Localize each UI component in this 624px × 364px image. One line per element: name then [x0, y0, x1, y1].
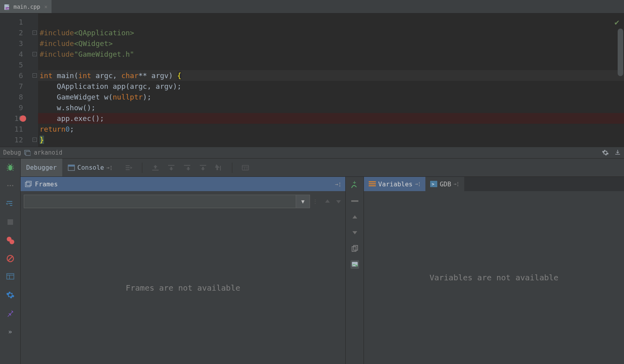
line-number[interactable]: 10	[0, 113, 31, 124]
svg-rect-18	[68, 165, 75, 167]
code-line[interactable]: GameWidget w(nullptr);	[38, 92, 624, 102]
step-out-icon[interactable]	[199, 163, 207, 172]
fold-marker[interactable]: −	[31, 49, 38, 59]
line-number[interactable]: 2	[0, 27, 31, 38]
copy-watch-icon[interactable]	[350, 244, 359, 253]
code-line[interactable]: app.exec();	[38, 113, 624, 124]
svg-rect-26	[351, 200, 358, 202]
svg-point-11	[10, 239, 14, 244]
tab-label: Debugger	[26, 164, 57, 171]
watch-down-icon[interactable]	[350, 228, 359, 237]
panel-title: Frames	[35, 180, 58, 188]
line-number[interactable]: 12	[0, 134, 31, 145]
step-into-icon[interactable]	[167, 163, 176, 172]
fold-marker[interactable]: −	[31, 27, 38, 38]
watch-up-icon[interactable]	[350, 213, 359, 221]
code-line[interactable]	[38, 17, 624, 27]
line-number[interactable]: 6	[0, 70, 31, 81]
line-number[interactable]: 5	[0, 59, 31, 70]
tab-gdb[interactable]: > GDB →¦	[425, 177, 464, 191]
vertical-scrollbar[interactable]	[618, 29, 623, 76]
editor-tab-bar: C++ main.cpp ×	[0, 0, 624, 13]
remove-watch-icon[interactable]	[350, 197, 359, 205]
layout-icon[interactable]	[6, 272, 15, 282]
code-line[interactable]: #include <QWidget>	[38, 38, 624, 49]
line-number[interactable]: 9	[0, 102, 31, 113]
thread-input[interactable]	[24, 195, 296, 208]
code-line[interactable]: #include "GameWidget.h"	[38, 49, 624, 59]
code-line[interactable]	[38, 59, 624, 70]
variables-main: Variables →¦ > GDB →¦ Variables are not	[364, 177, 624, 364]
debug-step-toolbar	[118, 163, 250, 173]
frame-down-icon[interactable]	[335, 198, 342, 205]
fold-marker[interactable]: −	[31, 134, 38, 145]
fold-marker	[31, 102, 38, 113]
separator	[142, 163, 142, 173]
mute-breakpoints-icon[interactable]	[6, 254, 15, 263]
code-line[interactable]: int main(int argc, char** argv) {	[38, 70, 624, 81]
debug-main-area: Debugger Console →¦	[21, 159, 624, 364]
code-line[interactable]: }	[38, 134, 624, 145]
line-number[interactable]: 7	[0, 81, 31, 92]
fold-marker[interactable]: −	[31, 70, 38, 81]
breakpoint-marker[interactable]	[20, 115, 26, 122]
svg-text:>: >	[432, 182, 435, 187]
code-line[interactable]: return 0;	[38, 124, 624, 134]
line-number[interactable]: 8	[0, 92, 31, 102]
line-number[interactable]: 1	[0, 17, 31, 27]
frame-up-icon[interactable]	[324, 198, 331, 205]
detach-icon: →¦	[107, 165, 113, 171]
settings-gear-icon[interactable]	[6, 290, 15, 300]
dropdown-button[interactable]: ▼	[296, 195, 310, 208]
code-line[interactable]: #include <QApplication>	[38, 27, 624, 38]
pin-icon[interactable]	[6, 308, 15, 318]
debug-panel: » Debugger Console →¦	[0, 159, 624, 364]
frames-controls: ▼ ⋮	[21, 191, 345, 212]
variables-placeholder: Variables are not available	[429, 273, 558, 282]
application-icon	[24, 149, 31, 156]
stop-icon[interactable]	[6, 217, 15, 227]
tab-debugger[interactable]: Debugger	[21, 159, 62, 176]
add-watch-icon[interactable]: +	[350, 181, 359, 190]
breakpoints-icon[interactable]	[6, 236, 15, 245]
show-watches-icon[interactable]	[350, 260, 359, 269]
separator	[232, 163, 232, 173]
step-indent-icon[interactable]	[6, 199, 15, 209]
close-icon[interactable]: ×	[42, 4, 47, 10]
thread-selector[interactable]: ▼	[24, 195, 310, 208]
svg-rect-14	[7, 274, 14, 279]
show-execution-point-icon[interactable]	[124, 163, 133, 172]
dots-icon[interactable]	[6, 181, 15, 190]
variables-tab-bar: Variables →¦ > GDB →¦	[364, 177, 624, 191]
expand-icon[interactable]: »	[6, 327, 15, 336]
code-content[interactable]: #include <QApplication>#include <QWidget…	[38, 13, 624, 147]
svg-rect-28	[354, 245, 358, 250]
fold-marker	[31, 17, 38, 27]
svg-rect-32	[369, 183, 376, 184]
frames-panel: Frames →¦ ▼ ⋮ Frames are not available	[21, 177, 346, 364]
gear-icon[interactable]	[602, 149, 609, 156]
evaluate-expression-icon[interactable]	[241, 163, 250, 172]
variables-toolbar: +	[346, 177, 364, 364]
editor-tab-main-cpp[interactable]: C++ main.cpp ×	[0, 0, 52, 13]
debug-toolwindow-header: Debug arkanoid	[0, 147, 624, 159]
svg-point-8	[12, 185, 13, 186]
line-number[interactable]: 11	[0, 124, 31, 134]
tab-variables[interactable]: Variables →¦	[364, 177, 425, 191]
detach-icon[interactable]: →¦	[335, 181, 341, 187]
frames-list: Frames are not available	[21, 212, 345, 364]
line-number[interactable]: 3	[0, 38, 31, 49]
line-number[interactable]: 4	[0, 49, 31, 59]
tab-console[interactable]: Console →¦	[62, 159, 118, 176]
code-line[interactable]: w.show();	[38, 102, 624, 113]
dotted-separator: ⋮	[312, 198, 318, 205]
force-step-into-icon[interactable]	[183, 163, 191, 172]
step-over-icon[interactable]	[151, 163, 160, 172]
svg-rect-4	[26, 151, 31, 155]
code-editor[interactable]: 123456789101112 −−−− #include <QApplicat…	[0, 13, 624, 147]
download-icon[interactable]	[614, 149, 621, 156]
run-to-cursor-icon[interactable]	[214, 163, 223, 172]
tab-label: Variables	[378, 180, 413, 188]
code-line[interactable]: QApplication app(argc, argv);	[38, 81, 624, 92]
debug-bug-icon[interactable]	[6, 163, 15, 172]
